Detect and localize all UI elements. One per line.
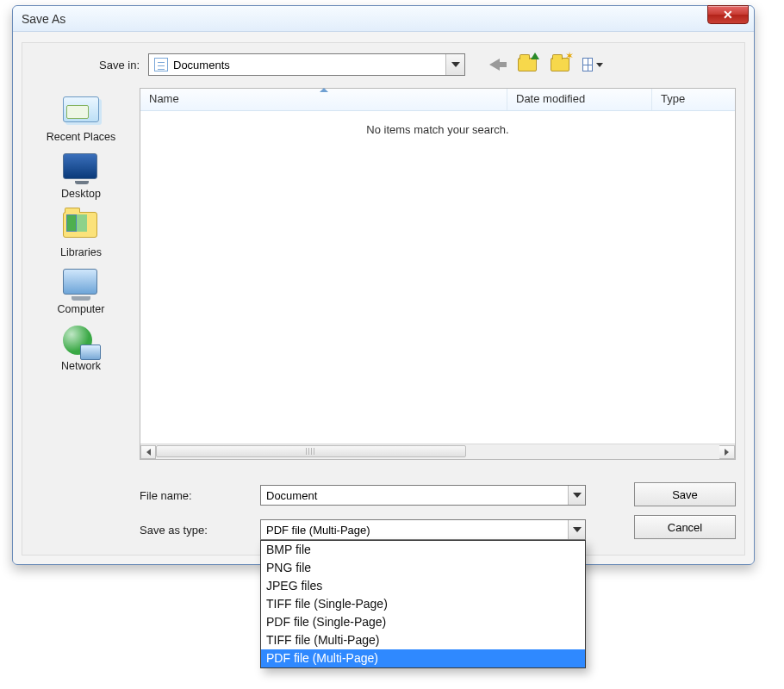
file-list[interactable]: Name Date modified Type No items match y…	[140, 88, 736, 460]
column-date-modified[interactable]: Date modified	[507, 89, 652, 110]
type-option[interactable]: TIFF file (Single-Page)	[261, 595, 585, 613]
triangle-left-icon	[146, 449, 151, 456]
save-button[interactable]: Save	[634, 482, 736, 506]
cancel-button[interactable]: Cancel	[634, 515, 736, 539]
save-in-value: Documents	[173, 59, 230, 71]
triangle-right-icon	[725, 449, 729, 456]
close-icon: ✕	[723, 8, 733, 22]
save-as-type-value: PDF file (Multi-Page)	[266, 524, 370, 537]
chevron-down-icon	[596, 63, 603, 67]
type-option[interactable]: JPEG files	[261, 577, 585, 595]
views-button[interactable]	[582, 55, 603, 74]
documents-icon	[154, 58, 168, 71]
save-as-type-label: Save as type:	[140, 524, 260, 537]
up-one-level-button[interactable]	[517, 55, 538, 74]
save-as-type-combo[interactable]: PDF file (Multi-Page)	[260, 519, 586, 540]
views-icon	[582, 58, 593, 71]
type-option[interactable]: PDF file (Multi-Page)	[261, 649, 585, 667]
close-button[interactable]: ✕	[707, 5, 749, 24]
scroll-left-button[interactable]	[140, 445, 156, 459]
desktop-icon	[63, 153, 97, 179]
new-folder-button[interactable]	[550, 55, 570, 74]
back-button[interactable]	[484, 55, 505, 74]
place-computer[interactable]: Computer	[29, 264, 133, 317]
save-in-dropdown-arrow[interactable]	[445, 54, 464, 75]
place-desktop[interactable]: Desktop	[29, 148, 133, 202]
sort-ascending-icon	[320, 88, 328, 92]
place-recent[interactable]: Recent Places	[29, 90, 133, 145]
place-label: Libraries	[29, 246, 133, 258]
places-bar: Recent Places Desktop Libraries Computer…	[29, 90, 133, 374]
network-icon	[63, 326, 92, 355]
arrow-left-icon	[489, 59, 500, 71]
computer-icon	[63, 269, 97, 295]
file-name-dropdown-arrow[interactable]	[568, 486, 585, 505]
file-name-input[interactable]: Document	[260, 485, 586, 506]
scroll-thumb[interactable]	[156, 445, 466, 457]
titlebar[interactable]: Save As ✕	[13, 6, 754, 32]
chevron-down-icon	[451, 62, 460, 67]
column-type[interactable]: Type	[652, 89, 735, 110]
column-headers: Name Date modified Type	[140, 89, 735, 111]
chevron-down-icon	[573, 493, 582, 498]
type-option[interactable]: BMP file	[261, 541, 585, 559]
place-label: Desktop	[29, 188, 133, 200]
dialog-body: Save in: Documents Recent Places	[22, 42, 745, 556]
folder-new-icon	[551, 58, 569, 71]
window-title: Save As	[22, 12, 65, 26]
empty-state-message: No items match your search.	[140, 123, 735, 136]
place-libraries[interactable]: Libraries	[29, 205, 133, 260]
save-in-combo[interactable]: Documents	[148, 53, 465, 76]
scroll-track[interactable]	[156, 445, 719, 459]
chevron-down-icon	[573, 527, 582, 532]
horizontal-scrollbar[interactable]	[140, 444, 735, 459]
save-as-type-dropdown[interactable]: BMP filePNG fileJPEG filesTIFF file (Sin…	[260, 540, 586, 668]
file-name-label: File name:	[140, 489, 260, 502]
place-network[interactable]: Network	[29, 320, 133, 374]
column-name-label: Name	[149, 92, 179, 105]
place-label: Recent Places	[29, 131, 133, 143]
type-option[interactable]: PDF file (Single-Page)	[261, 613, 585, 631]
bottom-panel: File name: Document Save as type: PDF fi…	[140, 474, 736, 543]
folder-up-icon	[518, 58, 537, 71]
column-name[interactable]: Name	[140, 89, 507, 110]
file-name-value: Document	[266, 489, 317, 502]
save-in-row: Save in: Documents	[71, 53, 736, 76]
place-label: Computer	[29, 303, 133, 315]
libraries-icon	[63, 212, 97, 238]
type-option[interactable]: TIFF file (Multi-Page)	[261, 631, 585, 649]
save-in-label: Save in:	[71, 59, 140, 71]
save-as-dialog: Save As ✕ Save in: Documents	[12, 5, 755, 565]
place-label: Network	[29, 360, 133, 372]
nav-toolbar	[484, 55, 603, 74]
type-option[interactable]: PNG file	[261, 559, 585, 577]
scroll-right-button[interactable]	[719, 445, 735, 459]
save-as-type-dropdown-arrow[interactable]	[568, 520, 585, 539]
recent-places-icon	[63, 96, 99, 122]
